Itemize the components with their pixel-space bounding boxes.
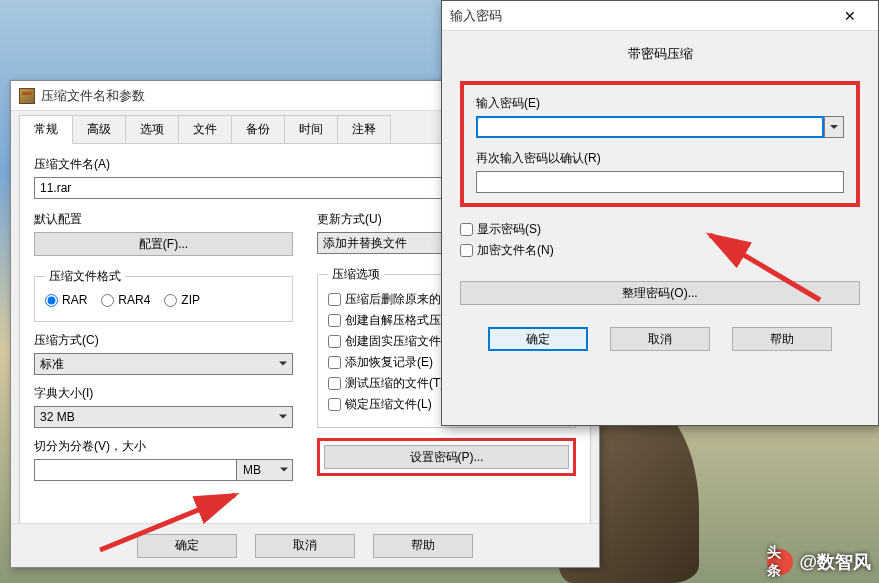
close-icon[interactable]: ✕ [830, 2, 870, 30]
pwd-cancel-button[interactable]: 取消 [610, 327, 710, 351]
password-title: 输入密码 [450, 7, 502, 25]
tab-comment[interactable]: 注释 [337, 115, 391, 144]
ok-button[interactable]: 确定 [137, 534, 237, 558]
pwd-ok-button[interactable]: 确定 [488, 327, 588, 351]
format-legend: 压缩文件格式 [45, 268, 125, 285]
password-history-dropdown[interactable] [824, 116, 844, 138]
format-zip-radio[interactable]: ZIP [164, 293, 200, 307]
format-rar4-radio[interactable]: RAR4 [101, 293, 150, 307]
tab-files[interactable]: 文件 [178, 115, 232, 144]
reenter-password-label: 再次输入密码以确认(R) [476, 150, 844, 167]
tab-time[interactable]: 时间 [284, 115, 338, 144]
show-password-checkbox[interactable]: 显示密码(S) [460, 221, 860, 238]
password-fields-highlight: 输入密码(E) 再次输入密码以确认(R) [460, 81, 860, 207]
winrar-icon [19, 88, 35, 104]
enter-password-label: 输入密码(E) [476, 95, 844, 112]
tab-options[interactable]: 选项 [125, 115, 179, 144]
enter-password-input[interactable] [476, 116, 824, 138]
reenter-password-input[interactable] [476, 171, 844, 193]
split-unit-select[interactable]: MB [237, 459, 293, 481]
method-label: 压缩方式(C) [34, 332, 293, 349]
method-select[interactable]: 标准 [34, 353, 293, 375]
password-titlebar[interactable]: 输入密码 ✕ [442, 1, 878, 31]
password-subtitle: 带密码压缩 [460, 45, 860, 63]
profiles-button[interactable]: 配置(F)... [34, 232, 293, 256]
split-label: 切分为分卷(V)，大小 [34, 438, 293, 455]
options-legend: 压缩选项 [328, 266, 384, 283]
encrypt-names-checkbox[interactable]: 加密文件名(N) [460, 242, 860, 259]
cancel-button[interactable]: 取消 [255, 534, 355, 558]
set-password-button[interactable]: 设置密码(P)... [324, 445, 569, 469]
format-rar-radio[interactable]: RAR [45, 293, 87, 307]
password-dialog: 输入密码 ✕ 带密码压缩 输入密码(E) 再次输入密码以确认(R) 显示密码(S… [441, 0, 879, 426]
watermark-logo-icon: 头条 [767, 549, 793, 575]
watermark: 头条 @数智风 [767, 549, 871, 575]
split-size-input[interactable] [34, 459, 237, 481]
default-profile-label: 默认配置 [34, 211, 293, 228]
tab-general[interactable]: 常规 [19, 115, 73, 144]
dict-select[interactable]: 32 MB [34, 406, 293, 428]
tab-advanced[interactable]: 高级 [72, 115, 126, 144]
organize-passwords-button[interactable]: 整理密码(O)... [460, 281, 860, 305]
help-button[interactable]: 帮助 [373, 534, 473, 558]
pwd-help-button[interactable]: 帮助 [732, 327, 832, 351]
set-password-highlight: 设置密码(P)... [317, 438, 576, 476]
dialog-button-bar: 确定 取消 帮助 [11, 523, 599, 567]
dict-label: 字典大小(I) [34, 385, 293, 402]
tab-backup[interactable]: 备份 [231, 115, 285, 144]
archive-title: 压缩文件名和参数 [41, 87, 145, 105]
watermark-text: @数智风 [799, 550, 871, 574]
